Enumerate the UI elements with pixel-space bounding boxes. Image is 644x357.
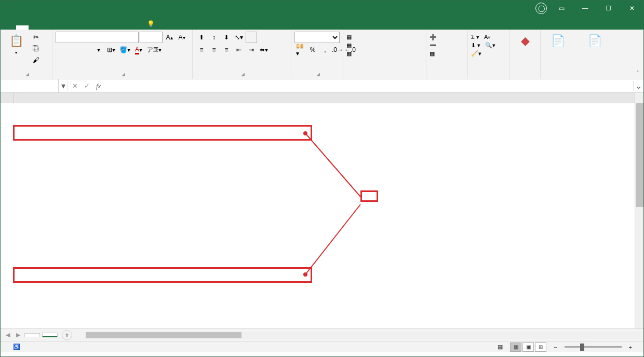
italic-button[interactable]: [68, 44, 79, 56]
tab-file[interactable]: [4, 25, 16, 30]
tab-nav-next-icon[interactable]: ▶: [14, 332, 22, 338]
collapse-ribbon-icon[interactable]: ˄: [634, 69, 642, 77]
tab-help[interactable]: [116, 25, 128, 30]
select-all-corner[interactable]: [1, 93, 14, 103]
wrap-text-button[interactable]: [246, 32, 257, 43]
dialog-launcher-icon[interactable]: ◢: [25, 72, 29, 77]
addin-label: [513, 76, 537, 77]
page-break-view-icon[interactable]: ⊞: [535, 342, 546, 352]
maximize-icon[interactable]: ☐: [597, 1, 620, 16]
tab-pagelayout[interactable]: [41, 25, 53, 30]
clear-button[interactable]: 🧹▾: [471, 50, 506, 57]
font-size-input[interactable]: [140, 32, 163, 43]
align-top-icon[interactable]: ⬆: [196, 32, 207, 43]
format-as-table-button[interactable]: ▦: [346, 42, 423, 49]
copy-icon[interactable]: ⿻: [31, 43, 41, 53]
align-left-icon[interactable]: ≡: [196, 44, 207, 56]
font-name-input[interactable]: [56, 32, 139, 43]
tab-acrobat[interactable]: [128, 25, 141, 30]
fx-icon[interactable]: fx: [96, 82, 101, 90]
tab-formulas[interactable]: [53, 25, 66, 30]
insert-button[interactable]: ➕: [430, 34, 464, 40]
underline-button[interactable]: [81, 44, 92, 56]
redo-icon[interactable]: [34, 2, 47, 15]
decrease-indent-icon[interactable]: ⇤: [233, 44, 245, 56]
cell-grid[interactable]: [14, 103, 635, 328]
formula-input[interactable]: [105, 83, 633, 90]
autosum-button[interactable]: Σ ▾ A▿: [471, 34, 506, 40]
h-scroll-thumb[interactable]: [86, 332, 242, 338]
format-button[interactable]: ▦: [430, 50, 464, 57]
page-layout-view-icon[interactable]: ▣: [522, 342, 534, 352]
merge-button[interactable]: ⬌▾: [258, 44, 270, 56]
dialog-launcher-icon[interactable]: ◢: [122, 72, 125, 77]
tab-home[interactable]: [16, 25, 29, 30]
editing-label: [471, 76, 506, 77]
increase-indent-icon[interactable]: ⇥: [246, 44, 257, 56]
bold-button[interactable]: [56, 44, 67, 56]
zoom-in-icon[interactable]: +: [629, 344, 632, 350]
accounting-format-icon[interactable]: 💴▾: [294, 44, 306, 56]
sheet-tab-0[interactable]: [24, 333, 40, 337]
align-bottom-icon[interactable]: ⬇: [221, 32, 232, 43]
normal-view-icon[interactable]: ▦: [510, 342, 521, 352]
zoom-thumb[interactable]: [580, 344, 584, 351]
border-button[interactable]: ⊞▾: [105, 44, 117, 56]
expand-formula-icon[interactable]: ⌄: [633, 81, 643, 91]
paste-button[interactable]: 📋 ▾: [4, 32, 29, 56]
save-icon[interactable]: [5, 2, 18, 15]
tell-me[interactable]: 💡: [141, 18, 164, 30]
cell-styles-button[interactable]: ▦: [346, 50, 423, 57]
tab-data[interactable]: [66, 25, 78, 30]
dialog-launcher-icon[interactable]: ◢: [241, 72, 245, 77]
fill-button[interactable]: ⬇ ▾ 🔍▾: [471, 42, 506, 49]
horizontal-scrollbar[interactable]: [85, 332, 640, 339]
zoom-out-icon[interactable]: −: [554, 344, 557, 350]
align-center-icon[interactable]: ≡: [208, 44, 220, 56]
dialog-launcher-icon[interactable]: ◢: [316, 72, 320, 77]
comma-icon[interactable]: ,: [319, 44, 331, 56]
align-middle-icon[interactable]: ↕: [208, 32, 220, 43]
qat-customize-icon[interactable]: [48, 2, 62, 15]
phonetic-button[interactable]: ア亜▾: [145, 44, 163, 56]
zoom-slider[interactable]: [565, 346, 622, 348]
create-pdf-button[interactable]: 📄: [544, 32, 572, 51]
underline-dd[interactable]: ▾: [93, 44, 104, 56]
font-color-button[interactable]: A▾: [133, 44, 144, 56]
sheet-tab-1[interactable]: [42, 333, 58, 337]
tab-insert[interactable]: [29, 25, 41, 30]
delete-button[interactable]: ➖: [430, 42, 464, 49]
increase-font-icon[interactable]: A▴: [164, 32, 175, 43]
name-box-dropdown-icon[interactable]: ▾: [59, 81, 68, 91]
conditional-format-button[interactable]: ▦: [346, 34, 423, 40]
tab-developer[interactable]: [103, 25, 116, 30]
close-icon[interactable]: ✕: [620, 1, 643, 16]
display-settings[interactable]: ▦: [498, 344, 503, 350]
user-icon[interactable]: ◯: [535, 3, 547, 14]
name-box[interactable]: [1, 79, 59, 92]
format-painter-icon[interactable]: 🖌: [31, 54, 41, 65]
minimize-icon[interactable]: —: [573, 1, 597, 16]
number-format-select[interactable]: [294, 32, 340, 43]
fill-color-button[interactable]: 🪣▾: [118, 44, 132, 56]
align-right-icon[interactable]: ≡: [221, 44, 232, 56]
addin-button[interactable]: ◆: [513, 32, 538, 51]
create-pdf-share-button[interactable]: 📄: [574, 32, 615, 51]
tab-view[interactable]: [91, 25, 103, 30]
v-scroll-thumb[interactable]: [636, 103, 643, 207]
enter-formula-icon[interactable]: ✓: [84, 82, 90, 90]
add-sheet-icon[interactable]: +: [62, 330, 72, 340]
status-accessibility[interactable]: ♿: [13, 344, 20, 350]
vertical-scrollbar[interactable]: [635, 93, 643, 328]
group-font: A▴ A▾ ▾ ⊞▾ 🪣▾ A▾ ア亜▾ ◢: [52, 30, 193, 79]
decrease-font-icon[interactable]: A▾: [176, 32, 187, 43]
cut-icon[interactable]: ✂: [31, 32, 41, 42]
percent-icon[interactable]: %: [307, 44, 318, 56]
tab-review[interactable]: [78, 25, 91, 30]
increase-decimal-icon[interactable]: .0→: [332, 44, 343, 56]
undo-icon[interactable]: [19, 2, 33, 15]
cancel-formula-icon[interactable]: ✕: [72, 82, 78, 90]
tab-nav-prev-icon[interactable]: ◀: [4, 332, 12, 338]
ribbon-display-icon[interactable]: ▭: [550, 1, 573, 16]
orientation-icon[interactable]: ⤡▾: [233, 32, 245, 43]
